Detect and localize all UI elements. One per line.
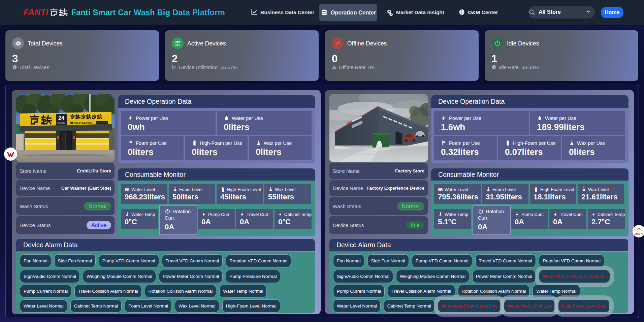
svg-text:24: 24: [58, 115, 64, 121]
svg-text:☎130-8104-9966: ☎130-8104-9966: [70, 122, 92, 125]
svg-text:HOURS: HOURS: [57, 122, 65, 124]
